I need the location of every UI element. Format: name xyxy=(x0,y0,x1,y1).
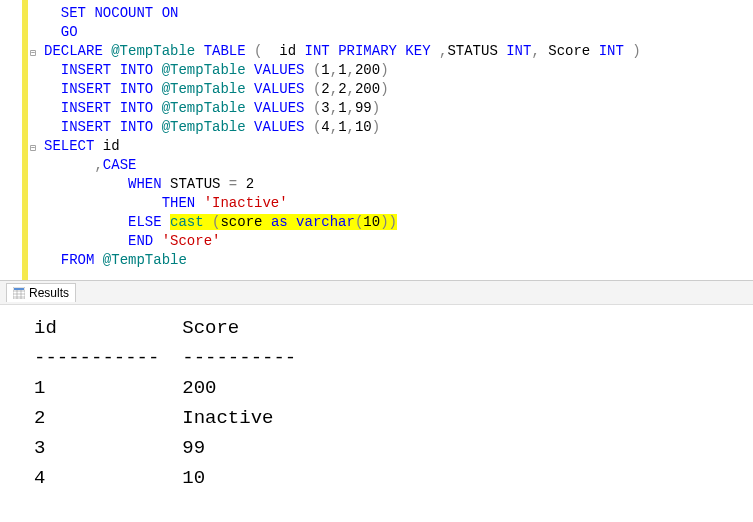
kw-declare: DECLARE xyxy=(44,43,103,59)
code-line: WHEN STATUS = 2 xyxy=(0,175,753,194)
tab-results[interactable]: Results xyxy=(6,283,76,302)
code-line: ⊟DECLARE @TempTable TABLE ( id INT PRIMA… xyxy=(0,42,753,61)
tab-results-label: Results xyxy=(29,286,69,300)
kw-set: SET xyxy=(61,5,86,21)
results-row: 2 Inactive xyxy=(34,403,753,433)
code-line: SET NOCOUNT ON xyxy=(0,4,753,23)
results-header: id Score xyxy=(34,313,753,343)
code-line: INSERT INTO @TempTable VALUES (2,2,200) xyxy=(0,80,753,99)
code-line: ⊟SELECT id xyxy=(0,137,753,156)
kw-go: GO xyxy=(61,24,78,40)
results-panel: id Score ----------- ---------- 1 200 2 … xyxy=(0,305,753,493)
code-line: ,CASE xyxy=(0,156,753,175)
code-line: FROM @TempTable xyxy=(0,251,753,270)
kw-nocount: NOCOUNT xyxy=(94,5,153,21)
results-tab-bar: Results xyxy=(0,281,753,305)
grid-icon xyxy=(13,287,25,299)
kw-table: TABLE xyxy=(204,43,246,59)
sql-editor[interactable]: SET NOCOUNT ON GO ⊟DECLARE @TempTable TA… xyxy=(0,0,753,281)
var-temptable: @TempTable xyxy=(111,43,195,59)
kw-on: ON xyxy=(162,5,179,21)
code-line: INSERT INTO @TempTable VALUES (3,1,99) xyxy=(0,99,753,118)
code-line: INSERT INTO @TempTable VALUES (4,1,10) xyxy=(0,118,753,137)
code-line: ELSE cast (score as varchar(10)) xyxy=(0,213,753,232)
results-row: 4 10 xyxy=(34,463,753,493)
highlighted-cast: cast (score as varchar(10)) xyxy=(170,214,397,230)
results-row: 3 99 xyxy=(34,433,753,463)
results-row: 1 200 xyxy=(34,373,753,403)
svg-rect-1 xyxy=(14,288,24,290)
code-line: INSERT INTO @TempTable VALUES (1,1,200) xyxy=(0,61,753,80)
code-line: THEN 'Inactive' xyxy=(0,194,753,213)
code-line: END 'Score' xyxy=(0,232,753,251)
code-line: GO xyxy=(0,23,753,42)
results-divider: ----------- ---------- xyxy=(34,343,753,373)
